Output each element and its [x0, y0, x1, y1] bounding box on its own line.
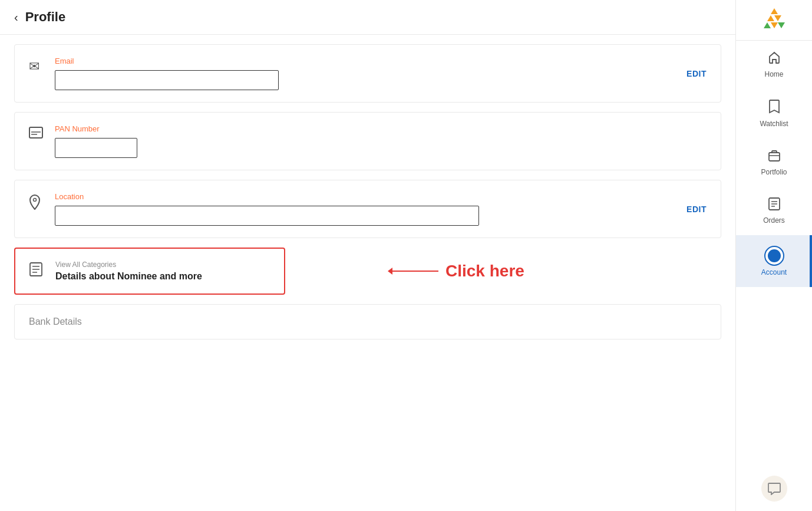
location-section: Location EDIT — [14, 180, 721, 238]
click-here-annotation: Click here — [391, 248, 524, 295]
pan-section: PAN Number — [14, 112, 721, 170]
back-button[interactable]: ‹ — [14, 11, 18, 24]
view-all-label: View All Categories — [55, 261, 270, 269]
categories-section: View All Categories Details about Nomine… — [14, 248, 721, 295]
svg-marker-10 — [774, 15, 781, 21]
portfolio-icon — [768, 149, 781, 166]
svg-rect-0 — [29, 127, 42, 138]
home-icon — [768, 51, 781, 68]
svg-marker-13 — [778, 22, 785, 28]
svg-marker-8 — [771, 8, 778, 14]
content-area: ✉ Email EDIT PAN Number — [0, 35, 735, 511]
sidebar-item-home[interactable]: Home — [736, 41, 812, 89]
account-icon-inner — [768, 249, 781, 262]
email-edit-button[interactable]: EDIT — [686, 69, 707, 78]
categories-card[interactable]: View All Categories Details about Nomine… — [14, 248, 285, 295]
logo-area — [736, 0, 812, 41]
email-input[interactable] — [55, 70, 279, 90]
svg-point-3 — [34, 199, 37, 202]
portfolio-label: Portfolio — [761, 168, 787, 176]
location-body: Location — [55, 192, 707, 226]
click-here-text: Click here — [445, 262, 524, 281]
svg-rect-14 — [769, 153, 780, 161]
chat-icon — [768, 482, 781, 495]
main-content: ‹ Profile ✉ Email EDIT PAN Number — [0, 0, 735, 511]
account-label: Account — [761, 268, 787, 276]
header: ‹ Profile — [0, 0, 735, 35]
categories-title: Details about Nominee and more — [55, 271, 270, 282]
email-icon: ✉ — [29, 59, 45, 74]
annotation-arrow — [391, 271, 438, 272]
bank-section: Bank Details — [14, 304, 721, 339]
svg-marker-12 — [771, 22, 778, 28]
app-logo — [761, 7, 787, 33]
location-icon — [29, 194, 45, 213]
watchlist-label: Watchlist — [760, 120, 788, 128]
sidebar: Home Watchlist Portfolio — [735, 0, 812, 511]
chat-button[interactable] — [761, 476, 787, 502]
orders-icon — [768, 197, 780, 214]
sidebar-item-portfolio[interactable]: Portfolio — [736, 139, 812, 187]
svg-marker-9 — [767, 15, 774, 21]
categories-body: View All Categories Details about Nomine… — [55, 261, 270, 282]
page-title: Profile — [25, 9, 65, 25]
sidebar-item-account[interactable]: Account — [736, 235, 812, 287]
pan-input[interactable] — [55, 138, 137, 158]
home-label: Home — [764, 70, 783, 78]
location-input[interactable] — [55, 206, 479, 226]
sidebar-item-watchlist[interactable]: Watchlist — [736, 89, 812, 139]
email-label: Email — [55, 57, 707, 65]
sidebar-item-orders[interactable]: Orders — [736, 187, 812, 235]
account-icon — [764, 246, 784, 266]
location-label: Location — [55, 192, 707, 201]
location-edit-button[interactable]: EDIT — [686, 205, 707, 214]
pan-label: PAN Number — [55, 124, 707, 133]
orders-label: Orders — [763, 216, 785, 225]
svg-marker-11 — [764, 22, 771, 28]
bank-title: Bank Details — [29, 317, 707, 327]
pan-icon — [29, 127, 45, 142]
email-body: Email — [55, 57, 707, 90]
watchlist-icon — [768, 100, 780, 117]
categories-icon — [29, 262, 46, 280]
pan-body: PAN Number — [55, 124, 707, 158]
nav-items: Home Watchlist Portfolio — [736, 41, 812, 469]
email-section: ✉ Email EDIT — [14, 44, 721, 103]
